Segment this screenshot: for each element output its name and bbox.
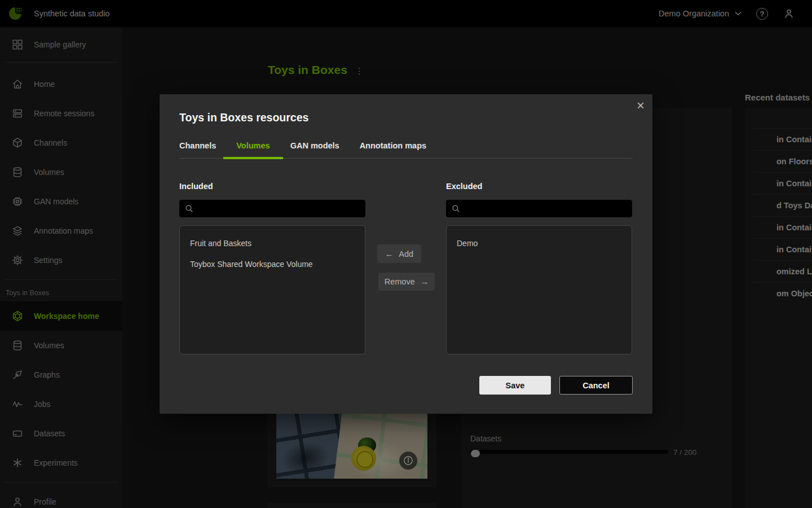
included-list: Fruit and Baskets Toybox Shared Workspac… [179, 225, 365, 354]
excluded-search-input[interactable] [465, 204, 623, 213]
close-icon[interactable]: × [637, 98, 645, 114]
included-search[interactable] [179, 200, 365, 217]
modal-title: Toys in Boxes resources [179, 111, 308, 124]
arrow-right-icon: → [421, 277, 429, 286]
list-item[interactable]: Demo [447, 233, 632, 253]
list-item[interactable]: Toybox Shared Workspace Volume [180, 253, 365, 274]
tab-channels[interactable]: Channels [179, 141, 216, 150]
save-button[interactable]: Save [479, 376, 551, 395]
included-search-input[interactable] [198, 204, 356, 213]
search-icon [185, 204, 193, 213]
tab-gan-models[interactable]: GAN models [290, 141, 339, 150]
add-button[interactable]: ← Add [377, 244, 421, 263]
included-label: Included [179, 182, 213, 191]
modal-tabs: Channels Volumes GAN models Annotation m… [179, 141, 633, 159]
excluded-search[interactable] [446, 200, 632, 217]
excluded-label: Excluded [446, 182, 482, 191]
resources-modal: × Toys in Boxes resources Channels Volum… [160, 94, 652, 414]
search-icon [452, 204, 460, 213]
arrow-left-icon: ← [385, 249, 394, 259]
cancel-button[interactable]: Cancel [559, 376, 633, 395]
tab-volumes[interactable]: Volumes [236, 141, 270, 150]
remove-button[interactable]: Remove → [378, 273, 435, 291]
excluded-list: Demo [446, 225, 632, 354]
list-item[interactable]: Fruit and Baskets [180, 233, 365, 253]
tab-annotation-maps[interactable]: Annotation maps [360, 141, 426, 150]
